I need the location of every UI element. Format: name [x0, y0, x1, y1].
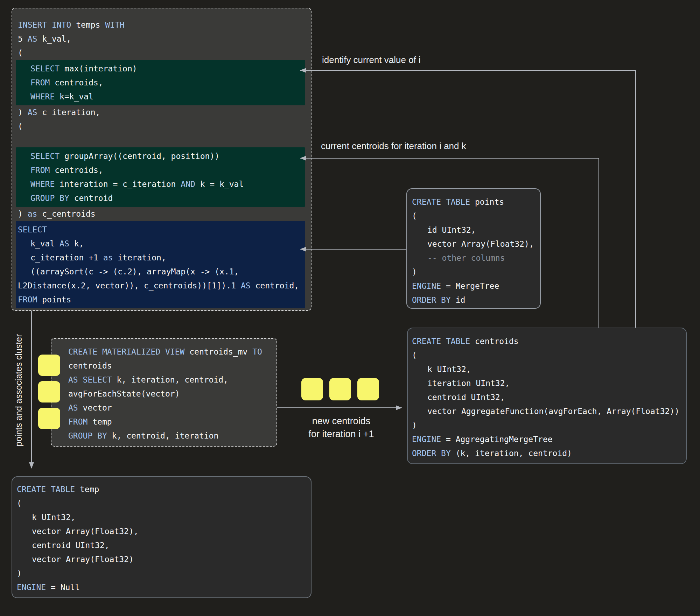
code-line: 5 AS k_val,: [12, 32, 311, 46]
create-table-points-box: CREATE TABLE points(id UInt32,vector Arr…: [406, 188, 541, 309]
sql-keyword: CREATE TABLE: [17, 485, 75, 494]
sql-keyword: AS: [59, 239, 69, 248]
code-line: ORDER BY id: [407, 293, 540, 307]
code-line: [12, 133, 311, 147]
code-line: (: [407, 209, 540, 223]
label-new-centroids-line2: for iteration i +1: [301, 428, 382, 441]
code-line: (: [12, 46, 311, 60]
code-line: ORDER BY (k, iteration, centroid): [408, 446, 686, 460]
sql-keyword: FROM: [18, 295, 37, 304]
sql-text: (: [18, 48, 23, 57]
code-line: ): [408, 418, 686, 432]
sql-text: k,: [69, 239, 84, 248]
sql-text: centroids: [470, 337, 518, 346]
sql-text: vector: [78, 403, 112, 412]
temp-ddl: CREATE TABLE temp(k UInt32,vector Array(…: [12, 482, 311, 594]
sql-text: id UInt32,: [427, 225, 476, 234]
code-line: ENGINE = Null: [12, 580, 311, 594]
sql-text: iteration,: [113, 253, 166, 262]
label-current-centroids: current centroids for iteration i and k: [321, 141, 466, 151]
sql-keyword: as: [103, 253, 113, 262]
sql-text: ): [412, 267, 417, 276]
sql-text: k=k_val: [55, 92, 93, 101]
sql-keyword: ENGINE: [17, 583, 46, 592]
code-line: CREATE MATERIALIZED VIEW centroids_mv TO: [51, 345, 276, 359]
sql-text: ): [18, 209, 28, 218]
sql-keyword: WITH: [105, 20, 124, 29]
sql-keyword: CREATE MATERIALIZED VIEW: [68, 347, 184, 356]
data-batch-square: [357, 378, 379, 400]
sql-keyword: AS: [241, 281, 251, 290]
sql-text: ): [18, 108, 28, 117]
sql-keyword: FROM: [68, 417, 88, 426]
sql-text: temp: [88, 417, 112, 426]
label-new-centroids: new centroids for iteration i +1: [301, 415, 382, 441]
code-line: ): [12, 566, 311, 580]
code-line: k UInt32,: [408, 362, 686, 376]
sql-text: k UInt32,: [32, 513, 76, 522]
centroids-alias: ) as c_centroids: [12, 207, 311, 221]
sql-text: centroids_mv: [184, 347, 252, 356]
sql-text: max(interation): [59, 64, 137, 73]
code-line: WHERE interation = c_iteration AND k = k…: [16, 177, 305, 191]
materialized-view-ddl: CREATE MATERIALIZED VIEW centroids_mv TO…: [51, 345, 276, 443]
data-batch-square: [38, 355, 60, 376]
sql-keyword: AND: [181, 180, 195, 189]
label-identify-current-i: identify current value of i: [322, 55, 421, 65]
code-line: AS SELECT k, iteration, centroid,: [51, 373, 276, 387]
code-line: GROUP BY centroid: [16, 191, 305, 205]
sql-keyword: WHERE: [30, 180, 55, 189]
sql-text: centroid UInt32,: [427, 393, 505, 402]
code-line: k UInt32,: [12, 510, 311, 524]
create-table-centroids-box: CREATE TABLE centroids(k UInt32,iteratio…: [407, 328, 687, 464]
code-line: (: [12, 496, 311, 510]
sql-text: points: [470, 197, 504, 206]
sql-keyword: CREATE TABLE: [412, 197, 470, 206]
code-line: ): [407, 265, 540, 279]
sql-text: (: [17, 499, 22, 508]
sql-text: (: [412, 211, 417, 220]
sql-text: c_iteration,: [37, 108, 100, 117]
code-line: FROM temp: [51, 415, 276, 429]
sql-keyword: ORDER BY: [412, 449, 451, 458]
sql-text: k_val: [30, 239, 59, 248]
code-line: centroid UInt32,: [408, 390, 686, 404]
sql-text: = MergeTree: [441, 281, 499, 290]
code-line: FROM centroids,: [16, 163, 305, 177]
sql-keyword: FROM: [30, 166, 50, 175]
sql-keyword: FROM: [30, 78, 50, 87]
code-line: WHERE k=k_val: [16, 90, 305, 104]
sql-text: centroid UInt32,: [32, 541, 110, 550]
code-line: k_val AS k,: [16, 237, 305, 251]
code-line: INSERT INTO temps WITH: [12, 18, 311, 32]
code-line: ((arraySort(c -> (c.2), arrayMap(x -> (x…: [16, 265, 305, 279]
code-line: (: [12, 119, 311, 133]
code-line: avgForEachState(vector): [51, 387, 276, 401]
sql-keyword: ENGINE: [412, 281, 441, 290]
sql-text: c_centroids: [37, 209, 95, 218]
code-line: vector Array(Float32),: [12, 524, 311, 538]
materialized-view-box: CREATE MATERIALIZED VIEW centroids_mv TO…: [51, 338, 277, 447]
code-line: vector Array(Float32),: [407, 237, 540, 251]
sql-text: k = k_val: [195, 180, 244, 189]
code-line: iteration UInt32,: [408, 376, 686, 390]
sql-text: L2Distance(x.2, vector)), c_centroids))[…: [18, 281, 241, 290]
sql-text: k, centroid, iteration: [107, 431, 219, 440]
sql-text: k_val,: [37, 34, 71, 43]
code-line: ) as c_centroids: [12, 207, 311, 221]
sql-keyword: SELECT: [30, 152, 59, 161]
sql-keyword: INSERT INTO: [18, 20, 71, 29]
code-line: SELECT max(interation): [16, 62, 305, 76]
sql-keyword: AS: [28, 108, 37, 117]
code-line: c_iteration +1 as iteration,: [16, 251, 305, 265]
code-line: GROUP BY k, centroid, iteration: [51, 429, 276, 443]
code-line: id UInt32,: [407, 223, 540, 237]
sql-text: c_iteration +1: [30, 253, 103, 262]
with-clause: INSERT INTO temps WITH5 AS k_val,(: [12, 18, 311, 60]
sql-text: iteration UInt32,: [427, 379, 510, 388]
sql-text: vector Array(Float32),: [32, 527, 139, 536]
sql-text: ): [412, 421, 417, 430]
data-batch-square: [38, 408, 60, 429]
sql-text: points: [37, 295, 71, 304]
code-line: ) AS c_iteration,: [12, 105, 311, 119]
